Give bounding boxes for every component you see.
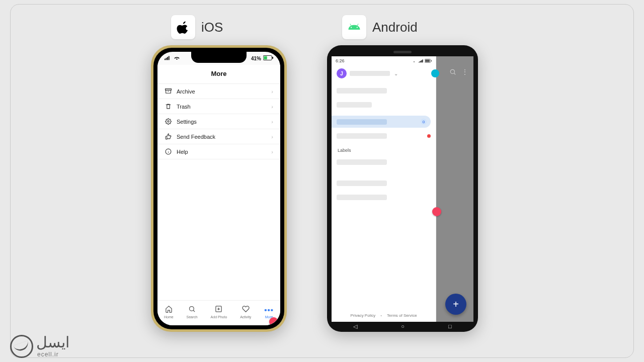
highlight-dot	[269, 317, 278, 325]
battery-icon	[263, 55, 273, 61]
watermark: ایسل ecell.ir	[10, 333, 69, 358]
count-badge: 0	[421, 119, 427, 125]
avatar: J	[337, 68, 347, 78]
menu-label: Trash	[177, 104, 266, 110]
chevron-right-icon: ›	[271, 104, 273, 110]
drawer-item[interactable]	[337, 191, 436, 203]
drawer-footer: Privacy Policy • Terms of Service	[332, 309, 436, 322]
apple-icon	[171, 15, 195, 39]
heart-icon	[242, 305, 250, 314]
svg-point-11	[190, 307, 194, 311]
menu-label: Archive	[177, 88, 266, 95]
brand-name-en: ecell.ir	[37, 351, 69, 358]
account-switcher[interactable]: J ⌄	[332, 65, 436, 83]
android-nav-bar: ◁ ○ □	[332, 322, 473, 331]
tab-label: Activity	[240, 315, 251, 319]
chevron-right-icon: ›	[271, 88, 273, 95]
account-name-placeholder	[350, 71, 390, 76]
menu-item-settings[interactable]: Settings ›	[157, 114, 280, 129]
brand-logo-icon	[10, 335, 33, 358]
menu-label: Help	[177, 149, 266, 155]
tab-activity[interactable]: Activity	[240, 305, 251, 319]
android-label-text: Android	[372, 20, 418, 35]
home-icon[interactable]: ○	[401, 323, 405, 329]
notch	[191, 52, 247, 63]
status-time: 6:26	[336, 58, 345, 63]
gear-icon	[165, 118, 172, 125]
svg-rect-1	[166, 58, 167, 60]
back-icon[interactable]: ◁	[353, 323, 357, 330]
svg-line-12	[193, 310, 195, 312]
highlight-dot	[432, 207, 441, 216]
svg-rect-17	[425, 60, 430, 62]
svg-line-20	[454, 73, 455, 74]
drawer-item[interactable]	[337, 99, 436, 111]
battery-text: 41%	[251, 56, 261, 61]
overflow-icon[interactable]: ⋮	[461, 68, 468, 77]
tab-home[interactable]: Home	[164, 305, 174, 319]
drawer-item[interactable]	[337, 84, 436, 97]
android-phone: 6:26 J ⌄ 0	[327, 45, 478, 332]
search-icon[interactable]	[449, 68, 456, 77]
menu-item-archive[interactable]: Archive ›	[157, 84, 280, 99]
menu-label: Send Feedback	[177, 134, 266, 140]
section-label: Labels	[332, 143, 436, 155]
svg-point-19	[450, 69, 454, 73]
drawer-item[interactable]	[337, 130, 436, 142]
tab-label: Add Photo	[211, 315, 227, 319]
tab-label: Home	[164, 315, 174, 319]
tab-label: Search	[187, 315, 198, 319]
thumbs-up-icon	[165, 133, 172, 140]
recent-icon[interactable]: □	[448, 323, 452, 329]
wifi-icon	[174, 55, 180, 61]
signal-icon	[165, 55, 172, 61]
info-icon	[165, 148, 172, 155]
more-icon: •••	[264, 306, 274, 314]
menu-item-help[interactable]: Help ›	[157, 144, 280, 159]
chevron-down-icon: ⌄	[394, 71, 398, 76]
android-label: Android	[342, 15, 418, 39]
chevron-right-icon: ›	[271, 149, 273, 155]
ios-label: iOS	[171, 15, 223, 39]
card-frame	[10, 4, 634, 358]
nav-drawer: 6:26 J ⌄ 0	[332, 56, 436, 322]
page-title: More	[157, 65, 280, 84]
notification-dot	[427, 134, 431, 138]
main-content-scrim[interactable]: ⋮ +	[436, 56, 473, 322]
brand-name-fa: ایسل	[36, 333, 69, 351]
chevron-right-icon: ›	[271, 119, 273, 125]
svg-rect-6	[272, 57, 273, 59]
svg-rect-2	[167, 57, 168, 60]
drawer-item[interactable]	[337, 177, 436, 189]
plus-square-icon	[215, 305, 222, 314]
search-icon	[188, 305, 196, 314]
android-status-bar: 6:26	[332, 56, 436, 65]
android-icon	[342, 15, 366, 39]
home-icon	[165, 305, 173, 314]
tab-add-photo[interactable]: Add Photo	[211, 305, 227, 319]
svg-rect-3	[169, 56, 170, 60]
drawer-item[interactable]	[337, 156, 436, 168]
archive-icon	[165, 88, 172, 95]
svg-rect-5	[264, 56, 267, 59]
drawer-item-selected[interactable]: 0	[332, 116, 431, 128]
ios-label-text: iOS	[201, 20, 223, 35]
terms-link[interactable]: Terms of Service	[387, 313, 417, 318]
menu-list: Archive › Trash › Settings › Send Feedba…	[157, 84, 280, 159]
chevron-right-icon: ›	[271, 134, 273, 140]
status-icons	[412, 58, 432, 63]
svg-rect-18	[431, 60, 432, 62]
plus-icon: +	[453, 299, 459, 310]
menu-item-trash[interactable]: Trash ›	[157, 99, 280, 114]
menu-label: Settings	[177, 119, 266, 125]
tab-search[interactable]: Search	[187, 305, 198, 319]
trash-icon	[165, 103, 172, 110]
svg-point-7	[167, 121, 169, 122]
ios-phone: 41% More Archive › Trash ›	[151, 45, 287, 332]
tab-more[interactable]: ••• More	[264, 306, 274, 319]
tab-bar: Home Search Add Photo Activity ••• More	[157, 300, 280, 325]
svg-rect-0	[165, 59, 166, 60]
fab-add[interactable]: +	[445, 294, 466, 315]
menu-item-feedback[interactable]: Send Feedback ›	[157, 129, 280, 144]
privacy-link[interactable]: Privacy Policy	[350, 313, 375, 318]
